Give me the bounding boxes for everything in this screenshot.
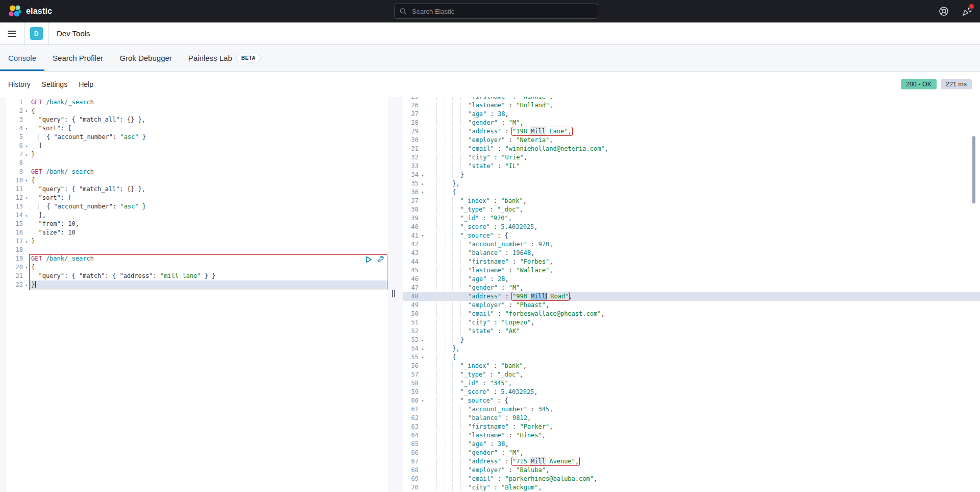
code-line-48[interactable]: 48 "address" : "990 Mill Road",: [403, 292, 980, 301]
code-line-36[interactable]: 36▾ {: [403, 188, 980, 197]
code-line-62[interactable]: 62 "balance" : 9812,: [403, 414, 980, 423]
code-line-63[interactable]: 63 "firstname" : "Parker",: [403, 423, 980, 431]
code-line-21[interactable]: 21 "query": { "match": { "address": "mil…: [6, 272, 388, 280]
code-line-50[interactable]: 50 "email" : "forbeswallace@pheast.com",: [403, 310, 980, 318]
code-line-11[interactable]: 11 "query": { "match_all": {} },: [6, 185, 388, 194]
code-line-35[interactable]: 35▴ },: [403, 179, 980, 188]
code-line-37[interactable]: 37 "_index" : "bank",: [403, 197, 980, 205]
code-line-25[interactable]: 25 "firstname" : "Winnie",: [403, 97, 980, 101]
fold-toggle-icon[interactable]: ▴: [419, 336, 427, 344]
code-line-57[interactable]: 57 "_type" : "_doc",: [403, 370, 980, 379]
code-line-6[interactable]: 6▴ ]: [6, 142, 388, 150]
code-line-55[interactable]: 55▾ {: [403, 353, 980, 362]
code-line-59[interactable]: 59 "_score" : 5.4032025,: [403, 388, 980, 396]
search-input[interactable]: [411, 7, 593, 16]
code-line-43[interactable]: 43 "balance" : 19648,: [403, 249, 980, 257]
fold-toggle-icon[interactable]: ▾: [23, 263, 30, 272]
resize-handle[interactable]: [392, 290, 397, 297]
code-line-15[interactable]: 15 "from": 10,: [6, 220, 388, 228]
fold-toggle-icon[interactable]: ▴: [23, 211, 30, 220]
code-line-1[interactable]: 1GET /bank/_search: [6, 98, 388, 107]
fold-toggle-icon[interactable]: ▾: [419, 188, 427, 197]
code-line-7[interactable]: 7▴}: [6, 150, 388, 159]
code-line-49[interactable]: 49 "employer" : "Pheast",: [403, 301, 980, 310]
global-search[interactable]: [394, 4, 598, 19]
code-line-16[interactable]: 16 "size": 10: [6, 228, 388, 237]
send-request-button[interactable]: [365, 256, 372, 263]
code-line-69[interactable]: 69 "email" : "parkerhines@baluba.com",: [403, 475, 980, 483]
code-line-32[interactable]: 32 "city" : "Urie",: [403, 153, 980, 162]
code-line-19[interactable]: 19GET /bank/_search: [6, 254, 388, 263]
code-line-12[interactable]: 12▾ "sort": [: [6, 194, 388, 202]
code-line-34[interactable]: 34▴ }: [403, 171, 980, 179]
code-line-4[interactable]: 4▾ "sort": [: [6, 124, 388, 133]
code-line-22[interactable]: 22▴}: [6, 280, 388, 289]
code-line-5[interactable]: 5 { "account_number": "asc" }: [6, 133, 388, 142]
fold-toggle-icon[interactable]: ▾: [23, 176, 30, 185]
code-line-40[interactable]: 40 "_score" : 5.4032025,: [403, 223, 980, 231]
code-line-27[interactable]: 27 "age" : 38,: [403, 110, 980, 119]
newsfeed-icon[interactable]: [961, 6, 972, 17]
request-editor[interactable]: 1GET /bank/_search2▾{3 "query": { "match…: [6, 97, 388, 492]
code-line-47[interactable]: 47 "gender" : "M",: [403, 284, 980, 292]
fold-toggle-icon[interactable]: ▾: [23, 124, 30, 133]
code-line-9[interactable]: 9GET /bank/_search: [6, 168, 388, 176]
code-line-14[interactable]: 14▴ ],: [6, 211, 388, 220]
fold-toggle-icon[interactable]: ▴: [23, 237, 30, 246]
code-line-66[interactable]: 66 "gender" : "M",: [403, 449, 980, 457]
code-line-65[interactable]: 65 "age" : 38,: [403, 440, 980, 449]
toolbar-history[interactable]: History: [8, 80, 31, 88]
fold-toggle-icon[interactable]: ▾: [23, 194, 30, 202]
code-line-30[interactable]: 30 "employer" : "Neteria",: [403, 136, 980, 145]
space-selector[interactable]: D: [24, 22, 48, 44]
code-line-53[interactable]: 53▴ }: [403, 336, 980, 344]
code-line-46[interactable]: 46 "age" : 28,: [403, 275, 980, 284]
code-line-45[interactable]: 45 "lastname" : "Wallace",: [403, 266, 980, 275]
fold-toggle-icon[interactable]: ▴: [419, 179, 427, 188]
wrench-icon[interactable]: [377, 256, 384, 263]
code-line-38[interactable]: 38 "_type" : "_doc",: [403, 205, 980, 214]
fold-toggle-icon[interactable]: ▴: [23, 280, 30, 289]
code-line-20[interactable]: 20▾{: [6, 263, 388, 272]
tab-painless-lab[interactable]: Painless Lab BETA: [180, 45, 269, 71]
tab-grok-debugger[interactable]: Grok Debugger: [111, 45, 180, 71]
code-line-56[interactable]: 56 "_index" : "bank",: [403, 362, 980, 370]
code-line-31[interactable]: 31 "email" : "winnieholland@neteria.com"…: [403, 145, 980, 153]
code-line-52[interactable]: 52 "state" : "AK": [403, 327, 980, 336]
code-line-68[interactable]: 68 "employer" : "Baluba",: [403, 466, 980, 475]
code-line-26[interactable]: 26 "lastname" : "Holland",: [403, 101, 980, 110]
code-line-8[interactable]: 8: [6, 159, 388, 168]
code-line-39[interactable]: 39 "_id" : "970",: [403, 214, 980, 223]
fold-toggle-icon[interactable]: ▾: [419, 396, 427, 405]
response-scrollbar[interactable]: [972, 136, 975, 203]
elastic-logo[interactable]: elastic: [8, 5, 52, 18]
code-line-41[interactable]: 41▾ "_source" : {: [403, 231, 980, 240]
code-line-58[interactable]: 58 "_id" : "345",: [403, 379, 980, 388]
code-line-17[interactable]: 17▴}: [6, 237, 388, 246]
code-line-2[interactable]: 2▾{: [6, 107, 388, 115]
tab-console[interactable]: Console: [0, 45, 44, 71]
code-line-3[interactable]: 3 "query": { "match_all": {} },: [6, 115, 388, 124]
code-line-60[interactable]: 60▾ "_source" : {: [403, 396, 980, 405]
code-line-28[interactable]: 28 "gender" : "M",: [403, 119, 980, 127]
fold-toggle-icon[interactable]: ▾: [23, 107, 30, 115]
menu-hamburger-icon[interactable]: [0, 22, 24, 44]
tab-search-profiler[interactable]: Search Profiler: [44, 45, 111, 71]
code-line-64[interactable]: 64 "lastname" : "Hines",: [403, 431, 980, 440]
code-line-33[interactable]: 33 "state" : "IL": [403, 162, 980, 171]
fold-toggle-icon[interactable]: ▴: [419, 344, 427, 353]
code-line-61[interactable]: 61 "account_number" : 345,: [403, 405, 980, 414]
code-line-51[interactable]: 51 "city" : "Lopezo",: [403, 318, 980, 327]
code-line-42[interactable]: 42 "account_number" : 970,: [403, 240, 980, 249]
code-line-44[interactable]: 44 "firstname" : "Forbes",: [403, 257, 980, 266]
panel-divider[interactable]: [388, 97, 403, 492]
toolbar-settings[interactable]: Settings: [42, 80, 68, 88]
code-line-18[interactable]: 18: [6, 246, 388, 254]
code-line-13[interactable]: 13 { "account_number": "asc" }: [6, 202, 388, 211]
help-icon[interactable]: [938, 6, 949, 17]
fold-toggle-icon[interactable]: ▴: [419, 171, 427, 179]
code-line-70[interactable]: 70 "city" : "Blackgum",: [403, 483, 980, 492]
toolbar-help[interactable]: Help: [79, 80, 93, 88]
fold-toggle-icon[interactable]: ▴: [23, 150, 30, 159]
code-line-10[interactable]: 10▾{: [6, 176, 388, 185]
